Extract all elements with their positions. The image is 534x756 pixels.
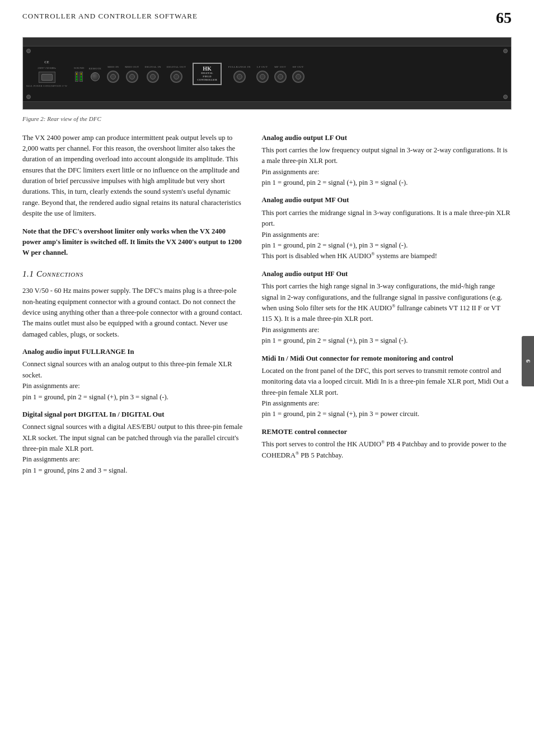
lf-out-label: LF OUT: [257, 65, 268, 69]
digital-out-xlr: [170, 71, 182, 83]
sound-port-group: SOUND: [74, 66, 85, 82]
chapter-tab-label: 9: [523, 360, 533, 363]
rack-left-screws: CE 230V~/50-60Hz MAX. POWER CONSUMPTION …: [23, 46, 71, 101]
lf-out-xlr-inner: [260, 74, 265, 80]
connections-heading: 1.1 Connections: [22, 268, 244, 281]
midi-out-label: MIDI OUT: [125, 65, 139, 69]
digital-in-xlr: [147, 71, 159, 83]
meter-right: [79, 72, 83, 82]
fullrange-in-xlr-inner: [237, 74, 242, 80]
digital-out-label: DIGITAL OUT: [167, 65, 186, 69]
right-column: Analog audio output LF Out This port car…: [257, 133, 512, 482]
digital-out-xlr-inner: [174, 74, 179, 80]
chapter-tab: 9: [522, 336, 534, 386]
fullrange-in-label: FULLRANGE IN: [228, 65, 251, 69]
power-connector-inner: [41, 74, 53, 81]
mf-out-label: MF OUT: [274, 65, 286, 69]
meter-left: [75, 72, 78, 82]
remote-label: REMOTE: [89, 67, 101, 71]
content-area: The VX 2400 power amp can produce interm…: [0, 133, 534, 482]
subsection-heading-hf: Analog audio output HF Out: [262, 269, 512, 279]
connections-intro: 230 V/50 - 60 Hz mains power supply. The…: [22, 286, 244, 340]
power-connector: [39, 72, 55, 83]
rack-screw-tr: [503, 49, 508, 53]
subsection-heading-lf: Analog audio output LF Out: [262, 133, 512, 143]
rack-unit: CE 230V~/50-60Hz MAX. POWER CONSUMPTION …: [23, 38, 511, 109]
digital-out-port-group: DIGITAL OUT: [167, 65, 186, 83]
subsection-heading-fullrange: Analog audio input FULLRANGE In: [22, 347, 244, 357]
subsection-body-midi: Located on the front panel of the DFC, t…: [262, 366, 512, 420]
mf-out-xlr: [274, 71, 287, 83]
hf-out-label: HF OUT: [293, 65, 304, 69]
subsection-body-hf: This port carries the high range signal …: [262, 281, 512, 346]
mf-out-xlr-inner: [278, 74, 283, 80]
rack-main: CE 230V~/50-60Hz MAX. POWER CONSUMPTION …: [23, 46, 511, 101]
subsection-heading-digital: Digital signal port DIGITAL In / DIGITAL…: [22, 409, 244, 420]
hk-logo: HK DIGITALFIELDCONTROLLER: [193, 63, 222, 85]
hk-text: HK: [203, 66, 212, 72]
digital-in-xlr-inner: [150, 74, 156, 80]
rack-top-bar: [23, 38, 511, 46]
page: 9 Controller and Controller Software 65 …: [0, 0, 534, 756]
digital-in-port-group: DIGITAL IN: [144, 65, 161, 83]
fullrange-in-port-group: FULLRANGE IN: [228, 65, 251, 83]
subsection-body-remote: This port serves to control the HK AUDIO…: [262, 439, 512, 461]
remote-knob: [91, 72, 100, 81]
hf-out-port-group: HF OUT: [292, 65, 305, 83]
power-consumption-label: MAX. POWER CONSUMPTION 17 W: [26, 85, 67, 88]
remote-port-group: REMOTE: [89, 67, 101, 82]
subsection-heading-midi: Midi In / Midi Out connector for remote …: [262, 353, 512, 364]
page-number: 65: [496, 10, 512, 26]
subsection-body-fullrange: Connect signal sources with an analog ou…: [22, 359, 244, 403]
hf-out-xlr-inner: [296, 74, 301, 80]
midi-in-xlr-inner: [110, 74, 116, 80]
header-title-text: Controller and Controller Software: [22, 12, 198, 20]
voltage-label: 230V~/50-60Hz: [38, 67, 56, 70]
midi-out-xlr: [126, 71, 138, 83]
mf-out-port-group: MF OUT: [274, 65, 287, 83]
left-column: The VX 2400 power amp can produce interm…: [22, 133, 257, 482]
subsection-body-lf: This port carries the low frequency outp…: [262, 145, 512, 189]
lf-out-port-group: LF OUT: [256, 65, 269, 83]
rack-screw-tl: [26, 49, 31, 53]
hf-out-xlr: [292, 71, 305, 83]
rack-right-screws: [500, 46, 511, 101]
subsection-body-mf: This port carries the midrange signal in…: [262, 208, 512, 262]
device-image: CE 230V~/50-60Hz MAX. POWER CONSUMPTION …: [22, 37, 512, 110]
midi-out-xlr-inner: [129, 74, 135, 80]
rack-bottom-bar: [23, 101, 511, 109]
fullrange-in-xlr: [233, 71, 246, 83]
intro-text: The VX 2400 power amp can produce interm…: [22, 133, 244, 220]
midi-in-port-group: MIDI IN: [107, 65, 119, 83]
subsection-heading-remote: REMOTE control connector: [262, 427, 512, 437]
subsection-body-digital: Connect signal sources with a digital AE…: [22, 422, 244, 476]
midi-in-label: MIDI IN: [107, 65, 119, 69]
hk-logo-group: HK DIGITALFIELDCONTROLLER: [193, 63, 222, 85]
lf-out-xlr: [256, 71, 269, 83]
ce-mark: CE: [44, 60, 49, 65]
sound-label: SOUND: [74, 66, 85, 71]
hk-sub: DIGITALFIELDCONTROLLER: [197, 72, 217, 82]
header-title: Controller and Controller Software: [22, 10, 198, 22]
midi-out-port-group: MIDI OUT: [125, 65, 139, 83]
subsection-heading-mf: Analog audio output MF Out: [262, 195, 512, 206]
connections-heading-text: 1.1 Connections: [22, 269, 83, 278]
rack-screw-br: [503, 95, 508, 99]
bold-note: Note that the DFC's overshoot limiter on…: [22, 226, 244, 259]
digital-in-label: DIGITAL IN: [144, 65, 161, 69]
midi-in-xlr: [107, 71, 119, 83]
page-header: Controller and Controller Software 65: [0, 0, 534, 31]
figure-caption: Figure 2: Rear view of the DFC: [22, 114, 512, 124]
rack-screw-bl: [26, 95, 31, 99]
sound-meters: [75, 72, 83, 82]
